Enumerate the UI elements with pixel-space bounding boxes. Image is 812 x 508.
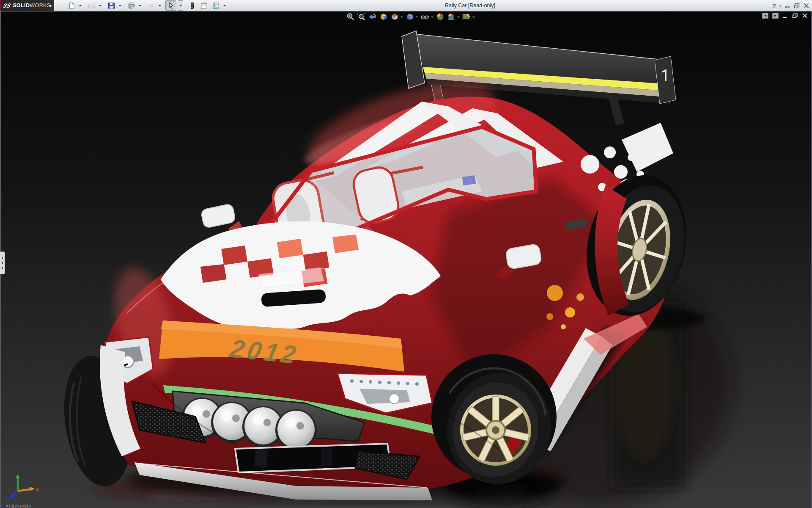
reference-triad: X Z bbox=[5, 474, 39, 501]
open-button[interactable] bbox=[86, 0, 97, 11]
restore-button[interactable] bbox=[794, 3, 800, 8]
close-button[interactable] bbox=[803, 3, 809, 8]
display-style-button[interactable] bbox=[405, 11, 414, 22]
main-toolbar bbox=[66, 0, 229, 11]
file-properties-button[interactable] bbox=[198, 0, 209, 11]
title-bar: 3S SOLIDWORKS ▶ bbox=[0, 0, 812, 11]
new-dropdown[interactable] bbox=[78, 1, 82, 10]
print-button[interactable] bbox=[126, 0, 137, 11]
triad-x-label: X bbox=[35, 486, 39, 493]
view-orientation-dropdown[interactable] bbox=[401, 17, 403, 19]
zoom-area-button[interactable] bbox=[357, 11, 366, 22]
zoom-fit-button[interactable] bbox=[346, 11, 355, 22]
minimize-button[interactable] bbox=[785, 3, 791, 8]
rebuild-button[interactable] bbox=[187, 0, 198, 11]
doc-restore-button[interactable] bbox=[792, 13, 798, 18]
file-properties-icon bbox=[200, 2, 208, 9]
help-button[interactable]: ? bbox=[772, 2, 776, 9]
edit-appearance-button[interactable] bbox=[436, 11, 444, 22]
graphics-area[interactable]: 2012 bbox=[0, 11, 812, 508]
section-view-icon bbox=[379, 12, 388, 21]
help-dropdown[interactable] bbox=[779, 6, 782, 8]
view-orientation-cube-icon bbox=[390, 12, 399, 21]
feature-tree-collapse-tab[interactable] bbox=[0, 251, 5, 274]
save-dropdown[interactable] bbox=[118, 1, 122, 10]
model-viewport[interactable]: 2012 bbox=[0, 11, 812, 508]
section-view-button[interactable] bbox=[379, 11, 388, 22]
open-folder-icon bbox=[88, 2, 95, 9]
display-style-cube-icon bbox=[405, 12, 414, 21]
open-dropdown[interactable] bbox=[98, 1, 102, 10]
traffic-light-icon bbox=[189, 2, 196, 9]
logo-works-text: WORKS bbox=[30, 3, 50, 8]
save-button[interactable] bbox=[106, 0, 117, 11]
view-settings-button[interactable] bbox=[462, 11, 471, 22]
zoom-fit-icon bbox=[346, 12, 355, 21]
new-document-icon bbox=[68, 2, 75, 9]
logo-accent bbox=[0, 0, 1, 11]
document-window-controls: ◀ ▶ bbox=[762, 13, 808, 19]
previous-view-button[interactable] bbox=[368, 11, 377, 22]
print-icon bbox=[128, 2, 135, 9]
undo-arrow-icon bbox=[148, 2, 155, 9]
new-button[interactable] bbox=[66, 0, 77, 11]
save-floppy-icon bbox=[108, 2, 115, 9]
appearance-ball-icon bbox=[436, 12, 444, 21]
select-dropdown[interactable] bbox=[178, 0, 183, 11]
apply-scene-button[interactable] bbox=[447, 11, 455, 22]
options-checklist-icon bbox=[212, 2, 219, 9]
hide-show-items-dropdown[interactable] bbox=[431, 17, 433, 19]
window-controls: ? bbox=[772, 0, 809, 11]
hide-show-items-button[interactable] bbox=[420, 11, 429, 22]
undo-button[interactable] bbox=[145, 0, 156, 11]
doc-close-button[interactable] bbox=[802, 13, 808, 18]
triad-z-label: Z bbox=[7, 494, 11, 501]
logo-solid-text: SOLID bbox=[13, 3, 30, 8]
scene-ball-icon bbox=[447, 12, 455, 21]
pane-right-button[interactable]: ▶ bbox=[772, 13, 779, 19]
doc-minimize-button[interactable] bbox=[782, 13, 788, 18]
undo-dropdown[interactable] bbox=[157, 1, 162, 10]
view-settings-icon bbox=[462, 12, 471, 21]
headsup-view-toolbar bbox=[346, 11, 475, 22]
select-cursor-icon bbox=[167, 2, 175, 9]
view-settings-dropdown[interactable] bbox=[472, 17, 475, 19]
logo-3ds-mark: 3S bbox=[3, 2, 11, 9]
apply-scene-dropdown[interactable] bbox=[457, 17, 460, 19]
zoom-area-icon bbox=[357, 12, 366, 21]
options-button[interactable] bbox=[210, 0, 221, 11]
solidworks-logo: 3S SOLIDWORKS bbox=[0, 0, 47, 11]
view-orientation-button[interactable] bbox=[390, 11, 399, 22]
options-dropdown[interactable] bbox=[222, 1, 227, 10]
select-button[interactable] bbox=[165, 0, 176, 11]
display-style-dropdown[interactable] bbox=[416, 17, 418, 19]
eyeglasses-icon bbox=[420, 12, 429, 21]
pane-left-button[interactable]: ◀ bbox=[762, 13, 768, 19]
print-dropdown[interactable] bbox=[137, 1, 142, 10]
view-orientation-label: *Dimetric bbox=[6, 503, 32, 508]
previous-view-icon bbox=[368, 12, 377, 21]
window-title: Rally Car [Read-only] bbox=[445, 0, 495, 11]
